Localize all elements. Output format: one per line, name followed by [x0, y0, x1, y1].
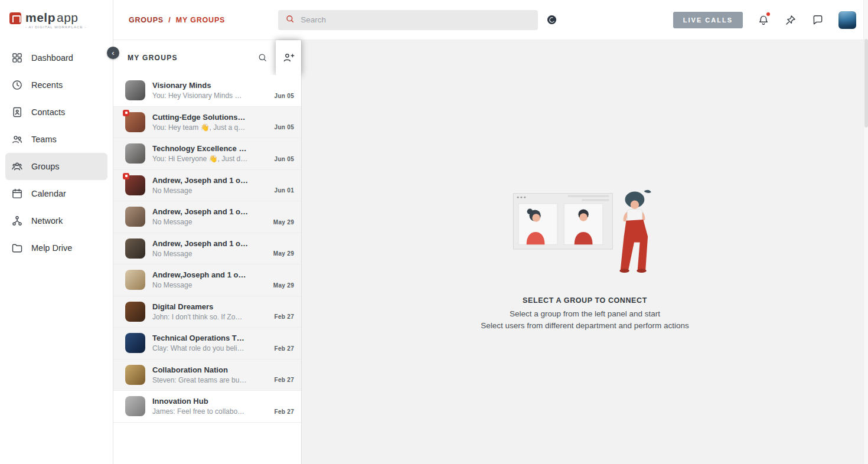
groups-icon	[11, 161, 23, 172]
search-icon	[285, 14, 295, 26]
group-date: Feb 27	[275, 313, 294, 327]
live-calls-button[interactable]: LIVE CALLS	[673, 12, 743, 28]
breadcrumb-current: MY GROUPS	[176, 16, 225, 24]
group-row[interactable]: Visionary Minds You: Hey Visionary Minds…	[113, 75, 301, 107]
group-row[interactable]: Collaboration Nation Steven: Great teams…	[113, 360, 301, 391]
group-name: Cutting-Edge Solutions…	[152, 113, 267, 122]
empty-state-line-2: Select users from different department a…	[481, 321, 688, 330]
recents-icon	[11, 79, 23, 91]
group-date: May 29	[273, 282, 294, 296]
empty-state: SELECT A GROUP TO CONNECT Select a group…	[481, 185, 688, 333]
create-group-button[interactable]	[276, 40, 301, 75]
notification-dot	[766, 12, 770, 16]
group-date: May 29	[273, 219, 294, 233]
empty-state-line-1: Select a group from the left panel and s…	[510, 309, 660, 318]
group-date: Jun 01	[275, 187, 294, 201]
group-row[interactable]: Innovation Hub James: Feel free to colla…	[113, 391, 301, 423]
group-avatar	[125, 270, 145, 290]
group-row[interactable]: Andrew,Joseph and 1 o… No Message May 29	[113, 264, 301, 296]
group-avatar	[125, 80, 145, 100]
group-row[interactable]: Andrew, Joseph and 1 o… No Message May 2…	[113, 201, 301, 233]
group-last-message: Clay: What role do you beli…	[152, 344, 267, 352]
contacts-icon	[11, 106, 23, 118]
top-header: GROUPS / MY GROUPS LIVE CALLS	[113, 0, 868, 40]
group-avatar	[125, 143, 145, 164]
breadcrumb-root[interactable]: GROUPS	[129, 16, 164, 24]
notification-badge	[123, 110, 129, 116]
dashboard-icon	[11, 52, 23, 64]
network-icon	[11, 215, 23, 227]
sidebar-item-dashboard[interactable]: Dashboard	[5, 44, 107, 71]
sidebar-item-recents[interactable]: Recents	[5, 71, 107, 99]
collapse-panel-button[interactable]: ‹	[107, 47, 119, 59]
melp-logo-icon	[9, 12, 21, 24]
group-date: Feb 27	[275, 345, 294, 359]
group-avatar	[125, 365, 145, 385]
group-date: Jun 05	[275, 156, 294, 169]
group-date: Jun 05	[275, 93, 294, 106]
group-name: Andrew, Joseph and 1 o…	[152, 176, 267, 185]
sidebar-item-melp-drive[interactable]: Melp Drive	[5, 234, 107, 262]
app-logo[interactable]: melpapp - AI DIGITAL WORKPLACE -	[0, 8, 113, 35]
group-last-message: You: Hey team 👋, Just a q…	[152, 123, 267, 132]
group-avatar	[125, 207, 145, 227]
notifications-bell-icon[interactable]	[757, 14, 770, 27]
window-scrollbar[interactable]	[863, 0, 868, 464]
group-last-message: James: Feel free to collabo…	[152, 407, 267, 416]
group-name: Andrew, Joseph and 1 o…	[152, 239, 266, 248]
sidebar-item-network[interactable]: Network	[5, 207, 107, 234]
group-name: Digital Dreamers	[152, 302, 267, 311]
group-name: Andrew,Joseph and 1 o…	[152, 270, 266, 279]
main-content: SELECT A GROUP TO CONNECT Select a group…	[302, 40, 868, 464]
group-date: Feb 27	[275, 409, 294, 422]
breadcrumb-separator: /	[168, 16, 171, 24]
group-avatar	[125, 238, 145, 259]
empty-state-title: SELECT A GROUP TO CONNECT	[523, 296, 647, 305]
sidebar-item-groups[interactable]: Groups	[5, 153, 107, 180]
group-date: May 29	[273, 250, 294, 264]
group-name: Innovation Hub	[152, 397, 267, 406]
calendar-icon	[11, 188, 23, 200]
group-name: Andrew, Joseph and 1 o…	[152, 207, 266, 216]
sidebar-item-contacts[interactable]: Contacts	[5, 99, 107, 126]
group-row[interactable]: Cutting-Edge Solutions… You: Hey team 👋,…	[113, 107, 301, 139]
group-date: Feb 27	[275, 377, 294, 390]
group-avatar	[125, 175, 145, 195]
chat-icon[interactable]	[811, 14, 824, 27]
group-last-message: You: Hi Everyone 👋, Just d…	[152, 155, 267, 163]
app-logo-text: melpapp	[25, 11, 86, 25]
group-last-message: You: Hey Visionary Minds …	[152, 92, 267, 100]
group-row[interactable]: Technology Excellence … You: Hi Everyone…	[113, 138, 301, 170]
search-input[interactable]	[301, 15, 531, 24]
theme-toggle-icon[interactable]	[546, 14, 557, 25]
sidebar-item-calendar[interactable]: Calendar	[5, 180, 107, 207]
group-last-message: No Message	[152, 218, 266, 226]
global-search[interactable]	[278, 10, 538, 30]
sidebar-nav: Dashboard Recents Contacts Teams Groups …	[0, 44, 113, 262]
group-list: Visionary Minds You: Hey Visionary Minds…	[113, 75, 301, 464]
groups-panel-header: MY GROUPS	[113, 40, 301, 75]
pin-icon[interactable]	[784, 14, 797, 27]
group-date: Jun 05	[275, 124, 294, 138]
app-tagline: - AI DIGITAL WORKPLACE -	[25, 25, 86, 29]
group-last-message: No Message	[152, 281, 266, 289]
teams-icon	[11, 133, 23, 145]
group-last-message: John: I don't think so. If Zo…	[152, 313, 267, 321]
group-name: Collaboration Nation	[152, 365, 267, 374]
group-row[interactable]: Technical Operations T… Clay: What role …	[113, 328, 301, 360]
app-window: melpapp - AI DIGITAL WORKPLACE - Dashboa…	[0, 0, 868, 464]
group-search-icon[interactable]	[257, 53, 267, 63]
group-name: Technology Excellence …	[152, 144, 267, 153]
group-name: Technical Operations T…	[152, 334, 267, 342]
group-last-message: No Message	[152, 250, 266, 258]
group-row[interactable]: Andrew, Joseph and 1 o… No Message Jun 0…	[113, 170, 301, 202]
group-avatar	[125, 333, 145, 353]
group-avatar	[125, 302, 145, 322]
user-avatar[interactable]	[838, 11, 856, 29]
scrollbar-thumb[interactable]	[864, 39, 868, 128]
sidebar-item-teams[interactable]: Teams	[5, 126, 107, 153]
group-row[interactable]: Andrew, Joseph and 1 o… No Message May 2…	[113, 233, 301, 265]
drive-icon	[11, 242, 23, 254]
group-row[interactable]: Digital Dreamers John: I don't think so.…	[113, 296, 301, 328]
sidebar: melpapp - AI DIGITAL WORKPLACE - Dashboa…	[0, 0, 113, 464]
